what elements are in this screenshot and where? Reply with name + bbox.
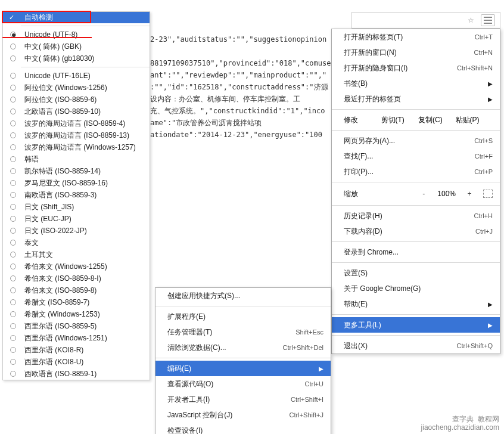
- menu-recent-tabs[interactable]: 最近打开的标签页▶: [332, 91, 500, 107]
- encoding-option[interactable]: 日文 (Shift_JIS): [3, 201, 150, 213]
- menu-paste[interactable]: 粘贴(P): [456, 115, 493, 125]
- more-tools-submenu: 创建应用快捷方式(S)... 扩展程序(E) 任务管理器(T)Shift+Esc…: [155, 287, 331, 434]
- menu-more-tools[interactable]: 更多工具(L)▶: [332, 317, 500, 333]
- menu-inspect[interactable]: 检查设备(I): [155, 423, 331, 434]
- encoding-option[interactable]: 希腊文 (Windows-1253): [3, 308, 150, 320]
- radio-icon: [10, 275, 16, 281]
- encoding-option[interactable]: 阿拉伯文 (ISO-8859-6): [3, 94, 150, 106]
- encoding-option[interactable]: 西里尔语 (Windows-1251): [3, 332, 150, 344]
- menu-task-manager[interactable]: 任务管理器(T)Shift+Esc: [155, 324, 331, 340]
- radio-icon: [10, 228, 16, 234]
- encoding-option[interactable]: 希伯来文 (ISO-8859-8): [3, 284, 150, 296]
- radio-icon: [10, 44, 16, 49]
- encoding-option[interactable]: 日文 (EUC-JP): [3, 213, 150, 225]
- radio-icon: [10, 335, 16, 341]
- encoding-label: 凯尔特语 (ISO-8859-14): [24, 166, 101, 176]
- radio-icon: [10, 55, 16, 61]
- encoding-label: Unicode (UTF-16LE): [24, 72, 91, 80]
- fullscreen-icon[interactable]: [483, 190, 493, 198]
- menu-exit[interactable]: 退出(X)Ctrl+Shift+Q: [332, 338, 500, 354]
- radio-icon: [10, 97, 16, 103]
- menu-clear-data[interactable]: 清除浏览数据(C)...Ctrl+Shift+Del: [155, 340, 331, 355]
- encoding-option[interactable]: 希伯来文 (Windows-1255): [3, 261, 150, 272]
- menu-about[interactable]: 关于 Google Chrome(G): [332, 281, 500, 296]
- menu-create-shortcut[interactable]: 创建应用快捷方式(S)...: [155, 288, 331, 303]
- encoding-option[interactable]: 中文( 简体) (gb18030): [3, 52, 150, 64]
- encoding-option[interactable]: 希伯来文 (ISO-8859-8-I): [3, 272, 150, 284]
- radio-icon: [10, 371, 16, 377]
- encoding-option[interactable]: 泰文: [3, 237, 150, 249]
- radio-icon: [10, 299, 16, 305]
- separator: [21, 67, 150, 67]
- separator: [332, 109, 500, 110]
- menu-extensions[interactable]: 扩展程序(E): [155, 309, 331, 324]
- encoding-option[interactable]: 西欧语言 (ISO-8859-1): [3, 368, 150, 380]
- encoding-option[interactable]: 西里尔语 (KOI8-U): [3, 356, 150, 368]
- separator: [332, 314, 500, 315]
- zoom-out-button[interactable]: -: [418, 190, 429, 198]
- encoding-label: 希伯来文 (Windows-1255): [24, 262, 107, 272]
- menu-downloads[interactable]: 下载内容(D)Ctrl+J: [332, 224, 500, 239]
- separator: [332, 262, 500, 263]
- encoding-label: 希腊文 (Windows-1253): [24, 309, 100, 320]
- radio-icon: [10, 359, 16, 365]
- encoding-selected[interactable]: Unicode (UTF-8): [3, 29, 150, 41]
- menu-help[interactable]: 帮助(E)▶: [332, 296, 500, 312]
- radio-icon: [10, 108, 16, 114]
- menu-history[interactable]: 历史记录(H)Ctrl+H: [332, 208, 500, 224]
- menu-find[interactable]: 查找(F)...Ctrl+F: [332, 148, 500, 164]
- encoding-option[interactable]: 北欧语言 (ISO-8859-10): [3, 106, 150, 117]
- menu-new-window[interactable]: 打开新的窗口(N)Ctrl+N: [332, 45, 500, 60]
- encoding-option[interactable]: 希腊文 (ISO-8859-7): [3, 296, 150, 308]
- encoding-option[interactable]: 凯尔特语 (ISO-8859-14): [3, 165, 150, 177]
- menu-encoding[interactable]: 编码(E)▶: [155, 361, 331, 376]
- encoding-option[interactable]: 中文( 简体) (GBK): [3, 41, 150, 52]
- star-icon[interactable]: ☆: [465, 15, 476, 26]
- encoding-option[interactable]: 西里尔语 (KOI8-R): [3, 344, 150, 356]
- menu-new-tab[interactable]: 打开新的标签页(T)Ctrl+T: [332, 29, 500, 45]
- menu-settings[interactable]: 设置(S): [332, 265, 500, 281]
- encoding-option[interactable]: Unicode (UTF-16LE): [3, 70, 150, 82]
- menu-signin[interactable]: 登录到 Chrome...: [332, 244, 500, 260]
- encoding-label: Unicode (UTF-8): [24, 30, 77, 39]
- menu-save-as[interactable]: 网页另存为(A)...Ctrl+S: [332, 133, 500, 148]
- separator: [332, 241, 500, 242]
- encoding-label: 中文( 简体) (gb18030): [24, 54, 94, 64]
- encoding-label: 波罗的海周边语言 (ISO-8859-13): [24, 131, 129, 141]
- encoding-option[interactable]: 罗马尼亚文 (ISO-8859-16): [3, 177, 150, 189]
- encoding-label: 日文 (ISO-2022-JP): [24, 226, 87, 236]
- radio-icon: [10, 347, 16, 353]
- encoding-label: 波罗的海周边语言 (ISO-8859-4): [24, 119, 125, 129]
- encoding-option[interactable]: 波罗的海周边语言 (ISO-8859-4): [3, 117, 150, 129]
- radio-icon: [10, 264, 16, 269]
- encoding-option[interactable]: 土耳其文: [3, 249, 150, 261]
- radio-icon: [10, 204, 16, 210]
- menu-copy[interactable]: 复制(C): [418, 115, 456, 125]
- menu-new-incognito[interactable]: 打开新的隐身窗口(I)Ctrl+Shift+N: [332, 60, 500, 76]
- menu-zoom-row: 缩放 - 100% +: [332, 185, 500, 203]
- encoding-label: 日文 (Shift_JIS): [24, 202, 74, 212]
- menu-js-console[interactable]: JavaScript 控制台(J)Ctrl+Shift+J: [155, 407, 331, 423]
- encoding-label: 中文( 简体) (GBK): [24, 42, 82, 52]
- menu-view-source[interactable]: 查看源代码(O)Ctrl+U: [155, 376, 331, 392]
- encoding-option[interactable]: 西里尔语 (ISO-8859-5): [3, 320, 150, 332]
- encoding-label: 希腊文 (ISO-8859-7): [24, 297, 89, 308]
- encoding-option[interactable]: 日文 (ISO-2022-JP): [3, 225, 150, 237]
- encoding-option[interactable]: 波罗的海周边语言 (Windows-1257): [3, 141, 150, 153]
- separator: [155, 306, 331, 306]
- menu-bookmarks[interactable]: 书签(B)▶: [332, 76, 500, 91]
- menu-edit-row: 修改 剪切(T) 复制(C) 粘贴(P): [332, 112, 500, 128]
- encoding-option[interactable]: 阿拉伯文 (Windows-1256): [3, 82, 150, 94]
- menu-dev-tools[interactable]: 开发者工具(I)Ctrl+Shift+I: [155, 392, 331, 407]
- encoding-label: 阿拉伯文 (ISO-8859-6): [24, 95, 97, 105]
- menu-print[interactable]: 打印(P)...Ctrl+P: [332, 164, 500, 179]
- encoding-auto-detect[interactable]: ✓ 自动检测: [3, 12, 150, 23]
- encoding-option[interactable]: 波罗的海周边语言 (ISO-8859-13): [3, 129, 150, 141]
- menu-icon[interactable]: [481, 14, 495, 26]
- radio-icon: [10, 311, 16, 317]
- separator: [332, 335, 500, 336]
- encoding-option[interactable]: 南欧语言 (ISO-8859-3): [3, 189, 150, 201]
- menu-cut[interactable]: 剪切(T): [381, 115, 419, 125]
- zoom-in-button[interactable]: +: [464, 190, 475, 198]
- encoding-option[interactable]: 韩语: [3, 153, 150, 165]
